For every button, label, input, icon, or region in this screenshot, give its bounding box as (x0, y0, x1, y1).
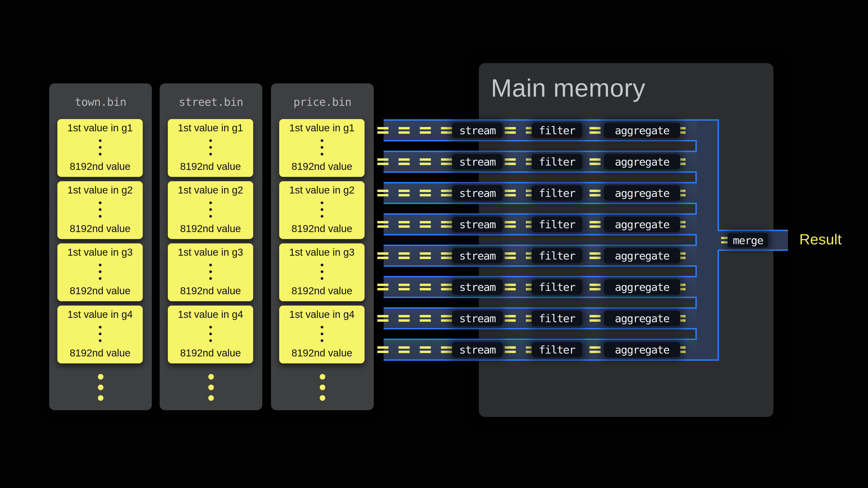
dot-icon (99, 153, 101, 156)
vertical-ellipsis-icon (209, 201, 212, 218)
block-last-label: 8192nd value (291, 348, 352, 359)
stream-operator-badge: stream (452, 123, 503, 138)
value-block-g3: 1st value in g38192nd value (57, 243, 143, 301)
dot-icon (321, 277, 323, 280)
dot-icon (209, 264, 212, 266)
dot-icon (209, 326, 212, 328)
merge-band: merge (717, 230, 788, 251)
pipeline-row-3: streamfilteraggregate (383, 184, 697, 203)
value-block-g3: 1st value in g38192nd value (279, 243, 365, 301)
vertical-ellipsis-icon (209, 139, 212, 156)
vertical-ellipsis-icon (99, 139, 101, 156)
dot-icon (321, 146, 323, 149)
filter-operator-badge: filter (532, 342, 582, 357)
pipeline-row-4: streamfilteraggregate (383, 215, 697, 234)
aggregate-operator-badge: aggregate (604, 123, 680, 138)
block-last-label: 8192nd value (291, 161, 352, 172)
result-label: Result (799, 231, 842, 248)
vertical-ellipsis-icon (99, 326, 101, 342)
filter-operator-badge: filter (532, 248, 582, 263)
more-groups-ellipsis-icon (271, 374, 374, 401)
value-block-g4: 1st value in g48192nd value (168, 305, 253, 363)
value-block-g4: 1st value in g48192nd value (279, 305, 365, 363)
dot-icon (99, 139, 101, 142)
diagram-stage: Main memory town.bin1st value in g18192n… (0, 0, 868, 488)
pipeline-buffer-gap-2 (383, 171, 697, 184)
more-groups-ellipsis-icon (49, 374, 152, 401)
dot-icon (209, 201, 212, 204)
pipeline-row-8: streamfilteraggregate (383, 340, 697, 359)
pipeline-spine (697, 121, 717, 359)
value-block-g2: 1st value in g28192nd value (57, 181, 143, 239)
pipeline-row-1: streamfilteraggregate (383, 121, 697, 140)
pipeline-buffer-gap-1 (383, 140, 697, 152)
dot-icon (209, 332, 212, 335)
block-last-label: 8192nd value (70, 285, 130, 296)
merge-operator-badge: merge (728, 233, 768, 248)
stream-operator-badge: stream (452, 279, 503, 295)
dot-icon (209, 139, 212, 142)
stream-operator-badge: stream (452, 311, 503, 326)
aggregate-operator-badge: aggregate (604, 185, 680, 201)
value-block-g1: 1st value in g18192nd value (279, 119, 365, 177)
dot-icon (321, 153, 323, 156)
block-first-label: 1st value in g2 (289, 185, 355, 196)
dot-icon (321, 139, 323, 142)
aggregate-operator-badge: aggregate (604, 154, 680, 169)
dot-icon (209, 146, 212, 149)
block-first-label: 1st value in g3 (178, 247, 243, 258)
pipeline-row-7: streamfilteraggregate (383, 309, 697, 328)
dot-icon (321, 339, 323, 342)
dot-icon (208, 395, 214, 401)
stream-operator-badge: stream (452, 154, 503, 169)
block-last-label: 8192nd value (291, 223, 352, 234)
more-groups-ellipsis-icon (160, 374, 262, 401)
block-first-label: 1st value in g3 (67, 247, 133, 258)
dot-icon (99, 208, 101, 211)
block-first-label: 1st value in g1 (178, 123, 243, 133)
filter-operator-badge: filter (532, 311, 582, 326)
pipeline-row-6: streamfilteraggregate (383, 278, 697, 297)
filter-operator-badge: filter (532, 279, 582, 295)
vertical-ellipsis-icon (321, 264, 323, 280)
block-first-label: 1st value in g2 (178, 185, 243, 196)
dot-icon (98, 374, 103, 380)
dot-icon (320, 374, 325, 380)
file-column-street-bin: street.bin1st value in g18192nd value1st… (160, 84, 262, 410)
pipeline-buffer-gap-7 (383, 328, 697, 340)
dot-icon (321, 326, 323, 328)
dot-icon (321, 201, 323, 204)
dot-icon (98, 395, 103, 401)
pipeline-row-2: streamfilteraggregate (383, 152, 697, 171)
value-block-g1: 1st value in g18192nd value (168, 119, 253, 177)
dot-icon (321, 270, 323, 273)
dot-icon (321, 264, 323, 266)
dot-icon (99, 146, 101, 149)
block-first-label: 1st value in g4 (178, 309, 243, 320)
value-block-g4: 1st value in g48192nd value (57, 305, 143, 363)
block-first-label: 1st value in g3 (289, 247, 355, 258)
pipeline-buffer-gap-3 (383, 203, 697, 215)
vertical-ellipsis-icon (99, 264, 101, 280)
dot-icon (208, 385, 214, 390)
aggregate-operator-badge: aggregate (604, 279, 680, 295)
dot-icon (209, 277, 212, 280)
file-column-header: street.bin (160, 95, 262, 108)
block-last-label: 8192nd value (180, 348, 241, 359)
dot-icon (208, 374, 214, 380)
value-block-g2: 1st value in g28192nd value (279, 181, 365, 239)
file-column-header: town.bin (49, 95, 152, 108)
filter-operator-badge: filter (532, 154, 582, 169)
block-first-label: 1st value in g1 (67, 123, 133, 133)
block-last-label: 8192nd value (70, 161, 130, 172)
vertical-ellipsis-icon (321, 139, 323, 156)
main-memory-title: Main memory (491, 74, 646, 102)
dot-icon (99, 326, 101, 328)
dot-icon (99, 201, 101, 204)
pipeline-buffer-gap-5 (383, 265, 697, 278)
dot-icon (209, 153, 212, 156)
block-last-label: 8192nd value (291, 285, 352, 296)
dot-icon (321, 208, 323, 211)
stream-operator-badge: stream (452, 342, 503, 357)
value-block-g3: 1st value in g38192nd value (168, 243, 253, 301)
